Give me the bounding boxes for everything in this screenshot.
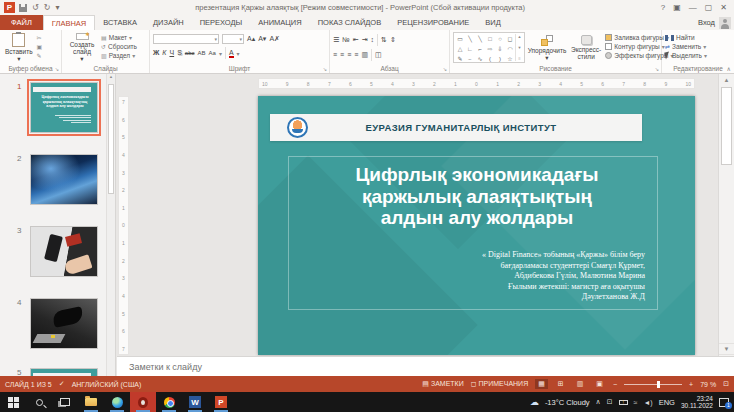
slide-subtitle[interactable]: « Digital Finance» тобының «Қаржы» білім… — [385, 250, 645, 303]
format-painter-icon[interactable]: ✎ — [37, 52, 43, 59]
bullets-button[interactable]: ☰ — [333, 36, 339, 44]
task-view-button[interactable] — [52, 392, 78, 412]
shapes-scroll-down-icon[interactable]: ▼ — [518, 45, 522, 50]
justify-button[interactable]: ≡ — [354, 51, 358, 59]
clear-formatting-button[interactable]: А✗ — [269, 35, 280, 43]
onedrive-icon[interactable]: ⊡ — [607, 398, 613, 406]
institute-header-band[interactable]: ЕУРАЗИЯ ГУМАНИТАРЛЫҚ ИНСТИТУТ — [270, 114, 642, 141]
volume-icon[interactable]: ◄) — [643, 399, 652, 406]
chrome-button[interactable] — [156, 392, 182, 412]
thumbnails-scroll-up-icon[interactable]: ▲ — [109, 74, 113, 79]
shrink-font-button[interactable]: А▾ — [258, 35, 266, 43]
text-shadow-button[interactable]: S — [177, 49, 182, 57]
scroll-up-icon[interactable]: ▲ — [719, 74, 734, 86]
find-button[interactable]: Найти — [665, 34, 707, 41]
main-scrollbar[interactable]: ▲ ▼ ⇈ ⇊ — [718, 74, 734, 376]
align-left-button[interactable]: ≡ — [333, 51, 337, 59]
tab-insert[interactable]: ВСТАВКА — [95, 15, 145, 30]
vertical-ruler[interactable]: 765432101234567 — [118, 96, 129, 355]
powerpoint-button[interactable]: P — [208, 392, 234, 412]
new-slide-button[interactable]: Создать слайд ▾ — [65, 32, 99, 63]
slide-thumbnail-2[interactable]: 2 — [0, 154, 115, 205]
notification-center-icon[interactable]: 1 — [719, 398, 729, 407]
shapes-scroll-up-icon[interactable]: ▲ — [518, 34, 522, 39]
sign-in[interactable]: Вход — [698, 15, 734, 30]
slide-1-preview[interactable]: Цифрлық экономикадағы қаржылық алаяқтықт… — [30, 82, 98, 133]
font-color-button[interactable]: А — [229, 49, 234, 58]
strikethrough-button[interactable]: abc — [185, 49, 195, 57]
shapes-more-icon[interactable]: ≡ — [518, 56, 520, 61]
account-avatar[interactable] — [719, 17, 731, 29]
line-spacing-button[interactable]: ↕ — [371, 36, 375, 44]
copy-icon[interactable]: ▣ — [37, 43, 43, 50]
network-icon[interactable]: ≈ — [634, 399, 638, 406]
slide-canvas[interactable]: ЕУРАЗИЯ ГУМАНИТАРЛЫҚ ИНСТИТУТ Цифрлық эк… — [258, 96, 695, 355]
tab-slideshow[interactable]: ПОКАЗ СЛАЙДОВ — [310, 15, 390, 30]
weather-cloud-icon[interactable]: ☁ — [530, 397, 539, 407]
normal-view-icon[interactable]: ▦ — [535, 379, 548, 389]
undo-icon[interactable]: ↺ — [32, 3, 39, 12]
restore-icon[interactable]: ▢ — [705, 3, 713, 12]
help-icon[interactable]: ? — [661, 3, 665, 12]
decrease-indent-button[interactable]: ⇤ — [353, 36, 359, 44]
tab-home[interactable]: ГЛАВНАЯ — [43, 15, 95, 30]
tab-transitions[interactable]: ПЕРЕХОДЫ — [192, 15, 251, 30]
file-explorer-button[interactable] — [78, 392, 104, 412]
align-center-button[interactable]: ≡ — [340, 51, 344, 59]
select-button[interactable]: Выделить ▾ — [665, 52, 707, 59]
word-button[interactable]: W — [182, 392, 208, 412]
scroll-thumb[interactable] — [721, 87, 732, 165]
drawing-dialog-launcher-icon[interactable]: ↘ — [655, 66, 659, 72]
quick-styles-button[interactable]: Экспресс-стили — [569, 32, 603, 63]
save-icon[interactable] — [19, 4, 27, 12]
cut-icon[interactable]: ✂ — [37, 34, 43, 41]
minimize-icon[interactable]: — — [689, 3, 697, 12]
slide-thumbnail-5[interactable]: 5 — [0, 368, 115, 376]
underline-button[interactable]: Ч — [169, 49, 174, 57]
weather-text[interactable]: -13°C Cloudy — [545, 398, 590, 407]
tab-review[interactable]: РЕЦЕНЗИРОВАНИЕ — [389, 15, 477, 30]
bold-button[interactable]: Ж — [153, 49, 159, 57]
opera-button[interactable] — [130, 392, 156, 412]
proofing-icon[interactable]: ✓ — [59, 380, 65, 388]
slide-thumbnail-1[interactable]: 1 Цифрлық экономикадағы қаржылық алаяқты… — [0, 82, 115, 133]
clock[interactable]: 23:24 30.11.2022 — [681, 395, 713, 409]
layout-button[interactable]: ▤ Макет ▾ — [101, 34, 137, 41]
reading-view-icon[interactable]: ▥ — [574, 379, 587, 389]
comments-toggle[interactable]: ◻ ПРИМЕЧАНИЯ — [471, 380, 528, 388]
slide-2-preview-hacker-photo[interactable] — [30, 154, 98, 205]
zoom-level[interactable]: 79 % — [700, 381, 716, 388]
tab-design[interactable]: ДИЗАЙН — [145, 15, 192, 30]
grow-font-button[interactable]: А▴ — [247, 35, 255, 43]
tab-view[interactable]: ВИД — [477, 15, 508, 30]
paste-button[interactable]: Вставить ▾ — [3, 32, 35, 63]
slide-sorter-view-icon[interactable]: ⊞ — [555, 379, 567, 389]
collapse-ribbon-icon[interactable]: ∧ — [727, 65, 731, 72]
start-button[interactable] — [0, 392, 26, 412]
slide-3-preview-phone-card-photo[interactable] — [30, 226, 98, 277]
slide-thumbnail-4[interactable]: 4 — [0, 298, 115, 349]
slideshow-view-icon[interactable]: ▣ — [593, 379, 606, 389]
font-name-combobox[interactable] — [153, 34, 219, 44]
slide-thumbnail-3[interactable]: 3 — [0, 226, 115, 277]
character-spacing-button[interactable]: АВ — [198, 49, 206, 57]
slide-5-preview[interactable] — [30, 368, 98, 376]
slide-title[interactable]: Цифрлық экономикадағы қаржылық алаяқтықт… — [318, 164, 636, 229]
thumbnails-scroll-thumb[interactable] — [108, 84, 114, 194]
notes-toggle[interactable]: ▤ ЗАМЕТКИ — [422, 380, 463, 388]
battery-icon[interactable] — [619, 400, 628, 405]
numbering-button[interactable]: № — [342, 36, 350, 44]
section-button[interactable]: ▥ Раздел ▾ — [101, 52, 137, 59]
zoom-in-icon[interactable]: + — [689, 381, 693, 388]
redo-icon[interactable]: ↻ — [44, 3, 51, 12]
italic-button[interactable]: К — [162, 49, 166, 57]
ribbon-display-options-icon[interactable]: ▣ — [673, 3, 681, 12]
columns-button[interactable]: ▥ — [361, 51, 368, 59]
paragraph-dialog-launcher-icon[interactable]: ↘ — [443, 66, 447, 72]
convert-smartart-button[interactable]: ◫ — [375, 51, 382, 59]
align-right-button[interactable]: ≡ — [347, 51, 351, 59]
shapes-gallery[interactable]: ▭╲╲□○◻ △∟⌐⇨⇩◠ ✎⌣∿()☆ ▲ ▼ ≡ — [453, 32, 525, 63]
increase-indent-button[interactable]: ⇥ — [362, 36, 368, 44]
thumbnails-scrollbar[interactable]: ▲ — [106, 74, 115, 376]
fit-to-window-icon[interactable]: ⊡ — [723, 380, 729, 388]
